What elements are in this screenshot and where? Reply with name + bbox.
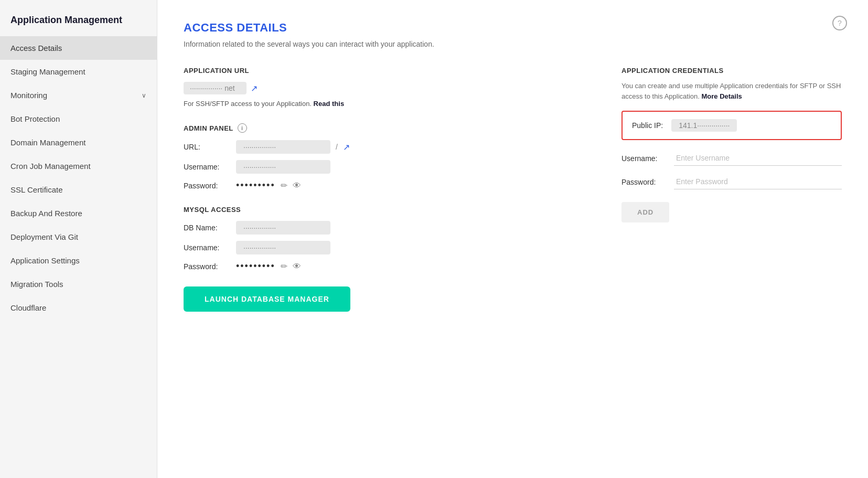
- credentials-section: APPLICATION CREDENTIALS You can create a…: [621, 67, 842, 312]
- page-title: ACCESS DETAILS: [184, 21, 842, 35]
- credentials-title: APPLICATION CREDENTIALS: [621, 67, 842, 75]
- mysql-username-label: Username:: [184, 243, 231, 252]
- app-url-value: ················ net ↗: [184, 82, 601, 94]
- admin-url-external-link-icon[interactable]: ↗: [343, 142, 350, 152]
- admin-url-row: URL: ················ / ↗: [184, 140, 601, 154]
- left-column: APPLICATION URL ················ net ↗ F…: [184, 67, 601, 312]
- sidebar-item-bot-protection[interactable]: Bot Protection: [0, 107, 157, 131]
- public-ip-label: Public IP:: [632, 121, 663, 130]
- app-url-box: ················ net: [184, 82, 247, 94]
- admin-username-value: ················: [236, 160, 330, 174]
- read-this-link[interactable]: Read this: [314, 100, 345, 108]
- mysql-password-label: Password:: [184, 262, 231, 271]
- credentials-password-label: Password:: [621, 178, 669, 186]
- mysql-password-icons: ✏ 👁: [281, 261, 301, 271]
- sidebar-item-ssl-certificate[interactable]: SSL Certificate: [0, 178, 157, 201]
- mysql-section: MYSQL ACCESS DB Name: ················ U…: [184, 206, 601, 272]
- add-credentials-button[interactable]: ADD: [621, 202, 669, 222]
- main-content: ? ACCESS DETAILS Information related to …: [157, 0, 868, 478]
- app-url-external-link-icon[interactable]: ↗: [251, 83, 258, 93]
- mysql-dbname-row: DB Name: ················: [184, 221, 601, 235]
- credentials-password-input[interactable]: [674, 174, 842, 189]
- chevron-down-icon: ∨: [142, 92, 146, 99]
- sidebar-item-domain-management[interactable]: Domain Management: [0, 131, 157, 154]
- sidebar-title: Application Management: [0, 0, 157, 36]
- mysql-dbname-label: DB Name:: [184, 224, 231, 232]
- admin-password-row: Password: ••••••••• ✏ 👁: [184, 180, 601, 191]
- admin-panel-section: ADMIN PANEL i URL: ················ / ↗ …: [184, 123, 601, 191]
- admin-password-edit-icon[interactable]: ✏: [281, 180, 287, 190]
- admin-password-eye-icon[interactable]: 👁: [293, 181, 301, 190]
- admin-panel-title: ADMIN PANEL i: [184, 123, 601, 133]
- mysql-section-title: MYSQL ACCESS: [184, 206, 601, 214]
- mysql-password-edit-icon[interactable]: ✏: [281, 261, 287, 271]
- sidebar-item-application-settings[interactable]: Application Settings: [0, 249, 157, 272]
- sidebar-item-cron-job-management[interactable]: Cron Job Management: [0, 154, 157, 178]
- sidebar-item-monitoring[interactable]: Monitoring∨: [0, 83, 157, 107]
- admin-password-label: Password:: [184, 182, 231, 190]
- mysql-dbname-value: ················: [236, 221, 330, 235]
- app-url-section-title: APPLICATION URL: [184, 67, 601, 75]
- sidebar-item-migration-tools[interactable]: Migration Tools: [0, 272, 157, 296]
- more-details-link[interactable]: More Details: [701, 92, 742, 100]
- ssh-note: For SSH/SFTP access to your Application.…: [184, 100, 601, 108]
- sidebar: Application Management Access DetailsSta…: [0, 0, 157, 478]
- help-icon[interactable]: ?: [832, 16, 847, 30]
- admin-url-label: URL:: [184, 143, 231, 151]
- public-ip-box: Public IP: 141.1················: [621, 111, 842, 140]
- sidebar-item-deployment-via-git[interactable]: Deployment Via Git: [0, 225, 157, 249]
- sidebar-item-staging-management[interactable]: Staging Management: [0, 60, 157, 83]
- credentials-password-field: Password:: [621, 174, 842, 189]
- mysql-username-value: ················: [236, 241, 330, 254]
- admin-panel-info-icon[interactable]: i: [238, 123, 247, 133]
- launch-database-manager-button[interactable]: LAUNCH DATABASE MANAGER: [184, 286, 350, 312]
- sidebar-item-access-details[interactable]: Access Details: [0, 36, 157, 60]
- mysql-password-eye-icon[interactable]: 👁: [293, 262, 301, 271]
- credentials-description: You can create and use multiple Applicat…: [621, 81, 842, 101]
- admin-username-label: Username:: [184, 163, 231, 171]
- sidebar-item-backup-and-restore[interactable]: Backup And Restore: [0, 201, 157, 225]
- credentials-username-label: Username:: [621, 154, 669, 163]
- public-ip-value: 141.1················: [671, 119, 737, 132]
- mysql-username-row: Username: ················: [184, 241, 601, 254]
- credentials-username-input[interactable]: [674, 151, 842, 166]
- content-grid: APPLICATION URL ················ net ↗ F…: [184, 67, 842, 312]
- admin-url-value: ················: [236, 140, 330, 154]
- admin-password-dots: •••••••••: [236, 180, 275, 191]
- credentials-username-field: Username:: [621, 151, 842, 166]
- admin-username-row: Username: ················: [184, 160, 601, 174]
- admin-password-icons: ✏ 👁: [281, 180, 301, 190]
- page-subtitle: Information related to the several ways …: [184, 40, 842, 48]
- mysql-password-row: Password: ••••••••• ✏ 👁: [184, 261, 601, 272]
- sidebar-item-cloudflare[interactable]: Cloudflare: [0, 296, 157, 320]
- mysql-password-dots: •••••••••: [236, 261, 275, 272]
